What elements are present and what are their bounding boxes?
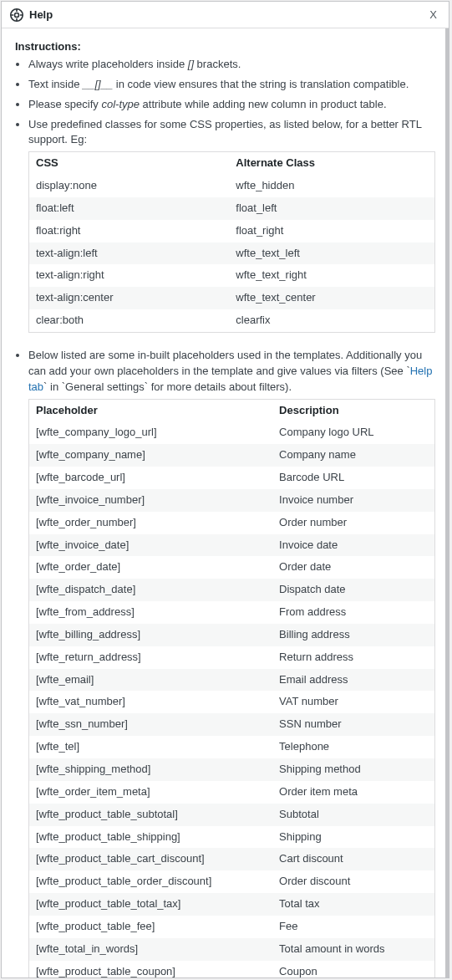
- text: in: [47, 380, 61, 393]
- text: Text inside: [28, 78, 83, 90]
- placeholder-name: [wfte_product_table_cart_discount]: [29, 848, 273, 870]
- placeholder-description: Billing address: [272, 624, 434, 646]
- table-row: [wfte_product_table_subtotal]Subtotal: [29, 804, 435, 826]
- placeholder-description: Company name: [272, 444, 434, 467]
- col-header-description: Description: [272, 399, 434, 421]
- placeholder-description: Subtotal: [272, 804, 434, 826]
- table-row: text-align:centerwfte_text_center: [29, 287, 435, 309]
- placeholder-description: Order date: [272, 556, 434, 579]
- placeholder-name: [wfte_from_address]: [29, 601, 273, 624]
- placeholder-description: Shipping method: [272, 758, 434, 781]
- alternate-class: float_left: [229, 197, 434, 220]
- help-icon: [10, 8, 23, 22]
- alternate-class: wfte_hidden: [229, 175, 434, 197]
- placeholder-description: Total amount in words: [272, 938, 434, 961]
- col-header-css: CSS: [29, 152, 230, 175]
- placeholder-name: [wfte_product_table_shipping]: [29, 826, 273, 849]
- col-header-placeholder: Placeholder: [29, 399, 273, 421]
- table-row: [wfte_product_table_fee]Fee: [29, 916, 435, 938]
- placeholder-name: [wfte_email]: [29, 669, 273, 692]
- table-row: [wfte_order_item_meta]Order item meta: [29, 781, 435, 804]
- placeholder-name: [wfte_shipping_method]: [29, 758, 273, 781]
- table-row: [wfte_company_name]Company name: [29, 444, 435, 467]
- table-row: [wfte_product_table_coupon]Coupon: [29, 961, 435, 977]
- placeholder-description: Company logo URL: [272, 421, 434, 444]
- placeholder-name: [wfte_product_table_subtotal]: [29, 804, 273, 826]
- table-row: [wfte_dispatch_date]Dispatch date: [29, 579, 435, 601]
- svg-point-1: [14, 13, 18, 17]
- placeholder-name: [wfte_dispatch_date]: [29, 579, 273, 601]
- placeholder-name: [wfte_vat_number]: [29, 691, 273, 713]
- instruction-item: Use predefined classes for some CSS prop…: [28, 117, 435, 333]
- placeholder-description: Barcode URL: [272, 467, 434, 489]
- placeholder-description: Order item meta: [272, 781, 434, 804]
- table-row: float:leftfloat_left: [29, 197, 435, 220]
- col-type-attr: col-type: [101, 98, 140, 110]
- placeholder-description: Fee: [272, 916, 434, 938]
- css-property: text-align:left: [29, 242, 230, 265]
- placeholder-description: Dispatch date: [272, 579, 434, 601]
- placeholder-description: Order number: [272, 512, 434, 534]
- table-row: [wfte_product_table_total_tax]Total tax: [29, 893, 435, 916]
- placeholder-name: [wfte_order_date]: [29, 556, 273, 579]
- placeholder-name: [wfte_ssn_number]: [29, 713, 273, 736]
- placeholder-name: [wfte_product_table_order_discount]: [29, 870, 273, 893]
- table-row: [wfte_email]Email address: [29, 669, 435, 692]
- alternate-class: float_right: [229, 220, 434, 242]
- table-row: [wfte_return_address]Return address: [29, 646, 435, 669]
- placeholder-name: [wfte_company_logo_url]: [29, 421, 273, 444]
- alternate-class: wfte_text_right: [229, 264, 434, 287]
- help-window: Help X Instructions: Always write placeh…: [1, 1, 449, 978]
- table-row: [wfte_billing_address]Billing address: [29, 624, 435, 646]
- col-header-alt: Alternate Class: [229, 152, 434, 175]
- placeholder-name: [wfte_total_in_words]: [29, 938, 273, 961]
- placeholder-name: [wfte_order_item_meta]: [29, 781, 273, 804]
- window-title: Help: [29, 8, 53, 21]
- close-button[interactable]: X: [426, 7, 440, 23]
- table-row: [wfte_invoice_number]Invoice number: [29, 489, 435, 512]
- instructions-heading: Instructions:: [15, 40, 435, 53]
- css-property: text-align:center: [29, 287, 230, 309]
- table-row: [wfte_company_logo_url]Company logo URL: [29, 421, 435, 444]
- placeholder-name: [wfte_invoice_number]: [29, 489, 273, 512]
- text: brackets.: [194, 58, 241, 70]
- table-row: [wfte_tel]Telephone: [29, 736, 435, 758]
- text: in code view ensures that the string is …: [113, 78, 409, 90]
- placeholder-description: Coupon: [272, 961, 434, 977]
- alternate-class: clearfix: [229, 309, 434, 332]
- placeholder-description: Cart discount: [272, 848, 434, 870]
- text: Always write placeholders inside: [28, 58, 188, 70]
- placeholder-name: [wfte_product_table_coupon]: [29, 961, 273, 977]
- text: Use predefined classes for some CSS prop…: [28, 118, 421, 146]
- table-row: [wfte_vat_number]VAT number: [29, 691, 435, 713]
- placeholder-pattern: __[]__: [83, 78, 113, 90]
- placeholder-description: Invoice date: [272, 534, 434, 557]
- placeholder-description: Order discount: [272, 870, 434, 893]
- instructions-list: Always write placeholders inside [] brac…: [15, 57, 435, 333]
- css-property: clear:both: [29, 309, 230, 332]
- titlebar-left: Help: [10, 8, 53, 22]
- table-row: [wfte_order_number]Order number: [29, 512, 435, 534]
- table-row: display:nonewfte_hidden: [29, 175, 435, 197]
- placeholder-name: [wfte_tel]: [29, 736, 273, 758]
- placeholder-name: [wfte_product_table_fee]: [29, 916, 273, 938]
- table-row: text-align:leftwfte_text_left: [29, 242, 435, 265]
- placeholder-description: Return address: [272, 646, 434, 669]
- content-area: Instructions: Always write placeholders …: [2, 28, 449, 977]
- table-row: text-align:rightwfte_text_right: [29, 264, 435, 287]
- placeholder-description: From address: [272, 601, 434, 624]
- css-property: text-align:right: [29, 264, 230, 287]
- placeholder-description: Invoice number: [272, 489, 434, 512]
- alternate-class: wfte_text_left: [229, 242, 434, 265]
- table-row: [wfte_order_date]Order date: [29, 556, 435, 579]
- placeholder-description: Shipping: [272, 826, 434, 849]
- placeholder-name: [wfte_return_address]: [29, 646, 273, 669]
- titlebar: Help X: [2, 2, 449, 28]
- table-row: [wfte_product_table_shipping]Shipping: [29, 826, 435, 849]
- text: Please specify: [28, 98, 101, 110]
- placeholder-description: Telephone: [272, 736, 434, 758]
- alternate-class: wfte_text_center: [229, 287, 434, 309]
- instruction-item: Always write placeholders inside [] brac…: [28, 57, 435, 73]
- placeholder-section: Below listed are some in-built placehold…: [15, 348, 435, 977]
- table-row: [wfte_invoice_date]Invoice date: [29, 534, 435, 557]
